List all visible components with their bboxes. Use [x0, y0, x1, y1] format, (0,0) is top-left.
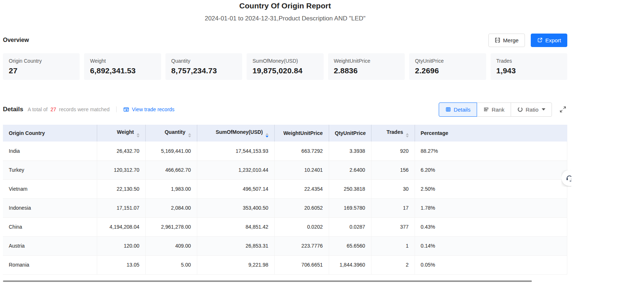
value-cell: 20.6052 [274, 198, 329, 217]
matched-suffix: records were matched [59, 106, 110, 112]
table-header-row: Origin CountryWeightQuantitySumOfMoney(U… [3, 125, 567, 142]
merge-icon [495, 37, 500, 43]
value-cell: 409.00 [145, 236, 197, 255]
value-cell: 0.0202 [274, 217, 329, 236]
value-cell: 3.3938 [329, 142, 371, 160]
table-row[interactable]: Romania13.055.009,221.98706.66511,844.39… [3, 255, 567, 274]
stat-card-label: Quantity [171, 58, 236, 64]
value-cell: 26,853.31 [197, 236, 274, 255]
value-cell: 5.00 [145, 255, 197, 274]
stat-card-label: Origin Country [9, 58, 74, 64]
merge-button-label: Merge [503, 37, 519, 43]
country-cell: Romania [3, 255, 97, 274]
export-icon [537, 37, 543, 43]
table-row[interactable]: China4,194,208.042,961,278.0084,851.420.… [3, 217, 567, 236]
rank-view-button[interactable]: Rank [477, 102, 511, 117]
value-cell: 22.4354 [274, 179, 329, 198]
stat-card-label: Weight [90, 58, 155, 64]
column-label: Percentage [421, 130, 448, 136]
fullscreen-button[interactable] [559, 105, 567, 113]
column-header-quantity[interactable]: Quantity [145, 125, 197, 142]
view-trade-records-link[interactable]: View trade records [123, 106, 174, 113]
value-cell: 26,432.70 [97, 142, 145, 160]
column-label: Trades [386, 129, 403, 135]
value-cell: 2.50% [415, 179, 567, 198]
rank-bars-icon [483, 106, 489, 112]
value-cell: 6.20% [415, 160, 567, 179]
country-cell: China [3, 217, 97, 236]
value-cell: 5,169,441.00 [145, 142, 197, 160]
sort-icon[interactable] [266, 133, 268, 137]
stat-card: QtyUnitPrice 2.2696 [409, 53, 486, 80]
value-cell: 920 [371, 142, 415, 160]
export-button[interactable]: Export [531, 34, 567, 47]
table-row[interactable]: Austria120.00409.0026,853.31223.777665.6… [3, 236, 567, 255]
value-cell: 0.0287 [329, 217, 371, 236]
view-trade-records-label: View trade records [132, 106, 174, 112]
support-button[interactable] [561, 170, 571, 186]
sort-icon[interactable] [188, 133, 191, 137]
value-cell: 250.3818 [329, 179, 371, 198]
support-float [561, 170, 571, 187]
sort-icon[interactable] [406, 133, 409, 137]
value-cell: 353,400.50 [197, 198, 274, 217]
stat-card: SumOfMoney(USD) 19,875,020.84 [247, 53, 323, 80]
sort-icon[interactable] [137, 133, 140, 137]
stat-card-value: 27 [9, 66, 74, 75]
column-header-weight[interactable]: Weight [97, 125, 145, 142]
column-label: QtyUnitPrice [335, 130, 366, 136]
vertical-divider [116, 106, 117, 112]
dropdown-caret-icon [542, 108, 545, 111]
details-heading: Details [3, 106, 23, 113]
column-header-trades[interactable]: Trades [371, 125, 415, 142]
value-cell: 13.05 [97, 255, 145, 274]
report-page: Country Of Origin Report 2024-01-01 to 2… [3, 1, 567, 275]
stat-card-label: QtyUnitPrice [415, 58, 480, 64]
value-cell: 663.7292 [274, 142, 329, 160]
value-cell: 2 [371, 255, 415, 274]
column-header-qtyunitprice: QtyUnitPrice [329, 125, 371, 142]
value-cell: 377 [371, 217, 415, 236]
stat-card-label: WeightUnitPrice [334, 58, 399, 64]
value-cell: 1.78% [415, 198, 567, 217]
matched-count: 27 [50, 106, 56, 112]
overview-heading: Overview [3, 37, 29, 43]
value-cell: 223.7776 [274, 236, 329, 255]
top-actions: Merge Export [488, 34, 567, 47]
value-cell: 88.27% [415, 142, 567, 160]
value-cell: 496,507.14 [197, 179, 274, 198]
value-cell: 17,544,153.93 [197, 142, 274, 160]
value-cell: 65.6560 [329, 236, 371, 255]
value-cell: 706.6651 [274, 255, 329, 274]
table-row[interactable]: Indonesia17,151.072,084.00353,400.5020.6… [3, 198, 567, 217]
ratio-donut-icon [517, 106, 523, 112]
stat-card-value: 2.8836 [334, 66, 399, 75]
column-header-origin-country: Origin Country [3, 125, 97, 142]
table-row[interactable]: Turkey120,312.70466,662.701,232,010.4410… [3, 160, 567, 179]
merge-button[interactable]: Merge [488, 34, 525, 47]
column-header-weightunitprice: WeightUnitPrice [274, 125, 329, 142]
value-cell: 169.5780 [329, 198, 371, 217]
table-grid-icon [445, 106, 451, 112]
country-cell: Vietnam [3, 179, 97, 198]
rank-view-label: Rank [492, 106, 504, 113]
stat-card: Origin Country 27 [3, 53, 80, 80]
country-cell: Austria [3, 236, 97, 255]
export-button-label: Export [545, 37, 561, 43]
details-view-button[interactable]: Details [439, 102, 477, 117]
stat-cards: Origin Country 27 Weight 6,892,341.53 Qu… [3, 53, 567, 80]
country-cell: India [3, 142, 97, 160]
details-bar: Details A total of 27 records were match… [3, 102, 567, 117]
stat-card-value: 2.2696 [415, 66, 480, 75]
column-header-sumofmoney-usd-[interactable]: SumOfMoney(USD) [197, 125, 274, 142]
value-cell: 22,130.50 [97, 179, 145, 198]
view-toggle-group: Details Rank [439, 102, 552, 117]
ratio-view-button[interactable]: Ratio [511, 102, 552, 117]
table-row[interactable]: India26,432.705,169,441.0017,544,153.936… [3, 142, 567, 160]
column-label: Weight [117, 129, 134, 135]
horizontal-scrollbar-thumb[interactable] [3, 280, 532, 282]
stat-card-value: 6,892,341.53 [90, 66, 155, 75]
table-row[interactable]: Vietnam22,130.501,983.00496,507.1422.435… [3, 179, 567, 198]
page-subtitle: 2024-01-01 to 2024-12-31,Product Descrip… [3, 15, 567, 22]
stat-card-label: SumOfMoney(USD) [252, 58, 317, 64]
